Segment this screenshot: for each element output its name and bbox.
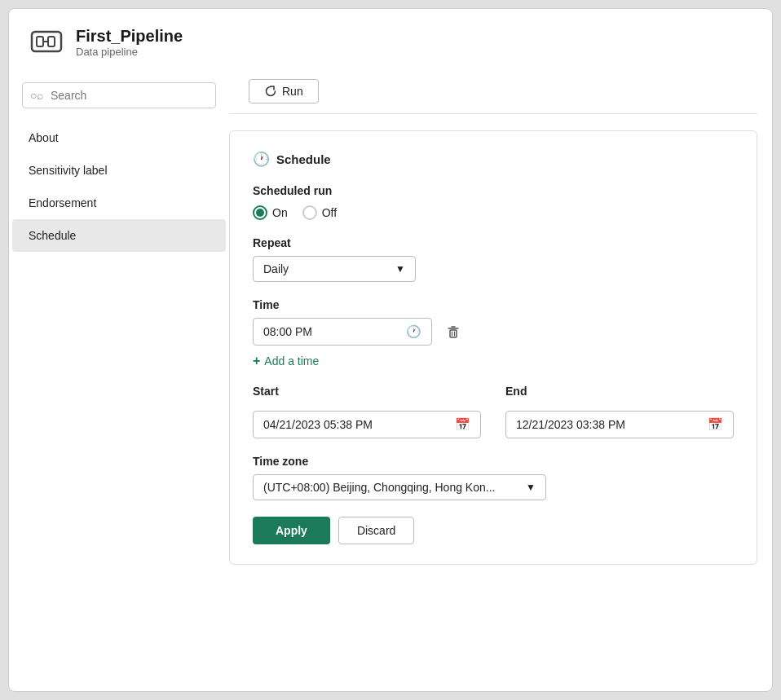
add-time-link[interactable]: + Add a time <box>253 354 734 368</box>
apply-button[interactable]: Apply <box>253 517 330 544</box>
toolbar-divider <box>229 113 757 114</box>
svg-rect-4 <box>450 330 457 337</box>
radio-on[interactable]: On <box>253 205 288 220</box>
calendar-end-icon: 📅 <box>708 417 723 432</box>
timezone-select[interactable]: (UTC+08:00) Beijing, Chongqing, Hong Kon… <box>253 474 546 500</box>
timezone-label: Time zone <box>253 455 734 468</box>
time-label: Time <box>253 298 734 311</box>
end-value: 12/21/2023 03:38 PM <box>516 418 625 431</box>
sidebar-item-schedule[interactable]: Schedule <box>12 219 226 252</box>
repeat-group: Repeat Daily ▼ <box>253 236 734 282</box>
pipeline-subtitle: Data pipeline <box>76 46 183 58</box>
start-value: 04/21/2023 05:38 PM <box>263 418 373 431</box>
radio-off-circle <box>302 205 317 220</box>
pipeline-title: First_Pipeline <box>76 26 183 46</box>
start-input[interactable]: 04/21/2023 05:38 PM 📅 <box>253 411 481 438</box>
timezone-group: Time zone (UTC+08:00) Beijing, Chongqing… <box>253 455 734 500</box>
radio-row: On Off <box>253 205 734 220</box>
action-row: Apply Discard <box>253 517 734 544</box>
radio-on-label: On <box>272 206 288 219</box>
run-icon <box>264 85 277 98</box>
time-value: 08:00 PM <box>263 325 312 338</box>
toolbar: Run <box>229 69 773 113</box>
scheduled-run-group: Scheduled run On Off <box>253 184 734 220</box>
start-label: Start <box>253 385 481 398</box>
timezone-value: (UTC+08:00) Beijing, Chongqing, Hong Kon… <box>263 481 495 494</box>
time-input[interactable]: 08:00 PM 🕐 <box>253 318 432 346</box>
plus-icon: + <box>253 354 260 368</box>
repeat-select[interactable]: Daily ▼ <box>253 256 416 282</box>
sidebar: ○⌕ About Sensitivity label Endorsement S… <box>9 69 229 691</box>
clock-icon: 🕐 <box>253 151 270 168</box>
radio-off[interactable]: Off <box>302 205 337 220</box>
end-label: End <box>505 385 734 398</box>
run-button[interactable]: Run <box>249 79 319 103</box>
header-text: First_Pipeline Data pipeline <box>76 26 183 58</box>
search-icon: ○⌕ <box>30 89 43 102</box>
radio-off-label: Off <box>322 206 337 219</box>
run-label: Run <box>282 85 303 98</box>
search-input[interactable] <box>22 82 216 108</box>
chevron-down-tz-icon: ▼ <box>526 482 536 493</box>
scheduled-run-label: Scheduled run <box>253 184 734 197</box>
repeat-label: Repeat <box>253 236 734 249</box>
search-box: ○⌕ <box>22 82 216 108</box>
trash-icon <box>445 324 461 340</box>
schedule-panel: 🕐 Schedule Scheduled run On Off <box>229 130 757 565</box>
schedule-panel-title: 🕐 Schedule <box>253 151 734 168</box>
delete-time-button[interactable] <box>440 319 466 345</box>
sidebar-item-about[interactable]: About <box>12 121 226 154</box>
radio-on-circle <box>253 205 267 220</box>
svg-rect-2 <box>48 37 55 46</box>
sidebar-item-endorsement[interactable]: Endorsement <box>12 187 226 219</box>
time-group: Time 08:00 PM 🕐 <box>253 298 734 368</box>
date-row: Start 04/21/2023 05:38 PM 📅 End 12/21/20… <box>253 385 734 438</box>
sidebar-item-sensitivity-label[interactable]: Sensitivity label <box>12 154 226 187</box>
header: First_Pipeline Data pipeline <box>9 9 772 69</box>
discard-button[interactable]: Discard <box>338 517 414 544</box>
time-row: 08:00 PM 🕐 <box>253 318 734 346</box>
start-group: Start 04/21/2023 05:38 PM 📅 <box>253 385 481 438</box>
svg-rect-1 <box>37 37 43 46</box>
end-group: End 12/21/2023 03:38 PM 📅 <box>505 385 734 438</box>
chevron-down-icon: ▼ <box>395 263 405 275</box>
clock-small-icon: 🕐 <box>406 324 421 339</box>
content-area: Run 🕐 Schedule Scheduled run On <box>229 69 773 691</box>
repeat-value: Daily <box>263 262 289 275</box>
pipeline-icon <box>29 24 64 59</box>
add-time-label: Add a time <box>264 354 319 368</box>
end-input[interactable]: 12/21/2023 03:38 PM 📅 <box>505 411 734 438</box>
app-window: First_Pipeline Data pipeline ○⌕ About Se… <box>8 8 773 692</box>
calendar-start-icon: 📅 <box>455 417 470 432</box>
main-content: ○⌕ About Sensitivity label Endorsement S… <box>9 69 772 691</box>
